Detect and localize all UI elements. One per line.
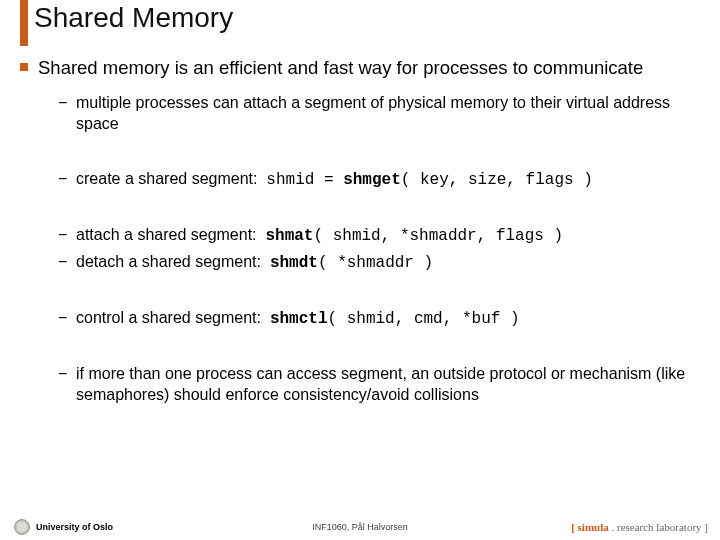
footer-left: University of Oslo: [14, 519, 113, 535]
dash-icon: −: [58, 364, 76, 406]
label: attach a shared segment:: [76, 226, 257, 243]
title-accent-bar: [20, 0, 28, 46]
code-snippet: shmat( shmid, *shmaddr, flags ): [265, 227, 563, 245]
dash-icon: −: [58, 225, 76, 247]
code-snippet: shmid = shmget( key, size, flags ): [266, 171, 592, 189]
bullet-level1: Shared memory is an efficient and fast w…: [20, 56, 708, 79]
code-snippet: shmdt( *shmaddr ): [270, 254, 433, 272]
sub-bullet-protocol: − if more than one process can access se…: [58, 364, 708, 406]
sub-text: create a shared segment: shmid = shmget(…: [76, 169, 708, 191]
footer: University of Oslo INF1060, Pål Halvorse…: [0, 514, 720, 540]
footer-right: [ simula . research laboratory ]: [571, 521, 708, 533]
sub-bullet-control: − control a shared segment: shmctl( shmi…: [58, 308, 708, 330]
code-pre: shmid =: [266, 171, 343, 189]
sub-text: if more than one process can access segm…: [76, 364, 708, 406]
code-fn: shmat: [265, 227, 313, 245]
slide-title: Shared Memory: [34, 2, 233, 34]
code-args: ( shmid, *shmaddr, flags ): [313, 227, 563, 245]
dash-icon: −: [58, 169, 76, 191]
university-crest-icon: [14, 519, 30, 535]
sub-bullet-attach-desc: − multiple processes can attach a segmen…: [58, 93, 708, 135]
bullet-text: Shared memory is an efficient and fast w…: [38, 56, 643, 79]
label: detach a shared segment:: [76, 253, 261, 270]
sub-text: attach a shared segment: shmat( shmid, *…: [76, 225, 708, 247]
code-fn: shmget: [343, 171, 401, 189]
dash-icon: −: [58, 93, 76, 135]
university-name: University of Oslo: [36, 522, 113, 532]
slide: Shared Memory Shared memory is an effici…: [0, 0, 720, 540]
brand-rest: . research laboratory ]: [609, 521, 708, 533]
code-args: ( *shmaddr ): [318, 254, 433, 272]
footer-center: INF1060, Pål Halvorsen: [312, 522, 408, 532]
code-fn: shmdt: [270, 254, 318, 272]
dash-icon: −: [58, 252, 76, 274]
label: control a shared segment:: [76, 309, 261, 326]
sub-bullet-detach: − detach a shared segment: shmdt( *shmad…: [58, 252, 708, 274]
content-area: Shared memory is an efficient and fast w…: [20, 56, 708, 406]
label: create a shared segment:: [76, 170, 257, 187]
sub-text: multiple processes can attach a segment …: [76, 93, 708, 135]
code-snippet: shmctl( shmid, cmd, *buf ): [270, 310, 520, 328]
dash-icon: −: [58, 308, 76, 330]
code-args: ( shmid, cmd, *buf ): [328, 310, 520, 328]
sub-text: detach a shared segment: shmdt( *shmaddr…: [76, 252, 708, 274]
code-args: ( key, size, flags ): [401, 171, 593, 189]
code-fn: shmctl: [270, 310, 328, 328]
brand-name: simula: [578, 521, 609, 533]
sub-text: control a shared segment: shmctl( shmid,…: [76, 308, 708, 330]
square-bullet-icon: [20, 63, 28, 71]
sub-bullets: − multiple processes can attach a segmen…: [58, 93, 708, 405]
sub-bullet-create: − create a shared segment: shmid = shmge…: [58, 169, 708, 191]
sub-bullet-attach: − attach a shared segment: shmat( shmid,…: [58, 225, 708, 247]
